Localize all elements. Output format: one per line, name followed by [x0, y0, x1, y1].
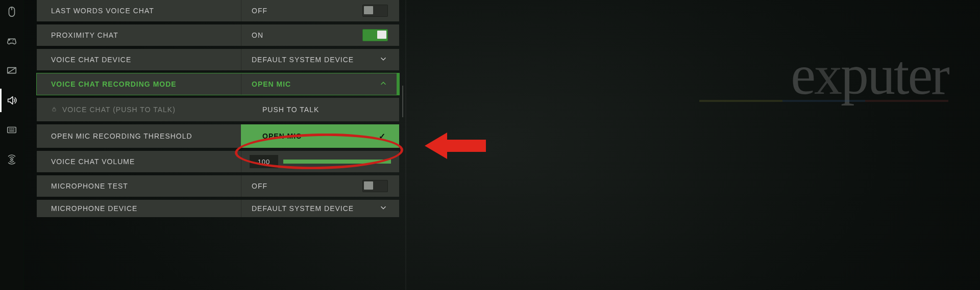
setting-label: VOICE CHAT RECORDING MODE — [37, 73, 241, 95]
setting-label: VOICE CHAT DEVICE — [37, 49, 241, 70]
setting-label: MICROPHONE DEVICE — [37, 200, 241, 217]
setting-value: OFF — [252, 7, 267, 15]
dropdown-option-open-mic[interactable]: OPEN MIC — [241, 124, 399, 148]
svg-rect-3 — [53, 109, 56, 112]
setting-last-words-voice-chat[interactable]: LAST WORDS VOICE CHAT OFF — [37, 0, 399, 21]
setting-label: PROXIMITY CHAT — [37, 24, 241, 46]
setting-value: DEFAULT SYSTEM DEVICE — [252, 56, 354, 64]
svg-marker-4 — [425, 133, 486, 159]
setting-voice-chat-device[interactable]: VOICE CHAT DEVICE DEFAULT SYSTEM DEVICE — [37, 49, 399, 70]
dropdown-option-push-to-talk[interactable]: PUSH TO TALK — [241, 98, 399, 121]
lock-icon — [51, 106, 57, 114]
watermark-underline — [699, 100, 948, 103]
toggle-switch[interactable] — [362, 5, 388, 17]
svg-point-2 — [11, 159, 13, 161]
setting-value: ON — [252, 31, 263, 39]
setting-proximity-chat[interactable]: PROXIMITY CHAT ON — [37, 24, 399, 46]
setting-voice-chat-recording-mode[interactable]: VOICE CHAT RECORDING MODE OPEN MIC — [37, 73, 399, 95]
setting-label: MICROPHONE TEST — [37, 175, 241, 197]
display-icon — [6, 65, 17, 76]
sidebar-item-controller[interactable] — [0, 34, 23, 49]
annotation-arrow-icon — [425, 130, 486, 161]
sidebar — [0, 0, 24, 290]
setting-label: VOICE CHAT VOLUME — [37, 151, 241, 172]
scrollbar[interactable] — [405, 0, 406, 290]
setting-label: LAST WORDS VOICE CHAT — [37, 0, 241, 21]
sidebar-item-audio[interactable] — [0, 93, 23, 108]
settings-panel: LAST WORDS VOICE CHAT OFF PROXIMITY CHAT… — [37, 0, 399, 217]
setting-value: OFF — [252, 182, 267, 190]
setting-value: OPEN MIC — [252, 80, 291, 88]
toggle-switch[interactable] — [362, 180, 388, 192]
option-label: OPEN MIC — [262, 132, 302, 140]
controller-icon — [6, 36, 17, 47]
setting-voice-chat-volume[interactable]: VOICE CHAT VOLUME 100 — [37, 151, 399, 172]
option-label: PUSH TO TALK — [262, 106, 319, 114]
mouse-icon — [6, 6, 17, 17]
toggle-switch[interactable] — [362, 29, 388, 41]
sidebar-item-keyboard[interactable] — [0, 122, 23, 138]
chevron-up-icon — [379, 79, 388, 90]
sidebar-item-mouse[interactable] — [0, 4, 23, 19]
svg-rect-1 — [8, 127, 16, 133]
setting-value: DEFAULT SYSTEM DEVICE — [252, 204, 354, 213]
sidebar-item-network[interactable] — [0, 152, 23, 167]
keyboard-icon — [6, 124, 17, 136]
setting-microphone-device[interactable]: MICROPHONE DEVICE DEFAULT SYSTEM DEVICE — [37, 200, 399, 217]
audio-icon — [6, 95, 17, 106]
setting-label: VOICE CHAT (PUSH TO TALK) — [62, 106, 176, 114]
setting-label: OPEN MIC RECORDING THRESHOLD — [37, 124, 241, 148]
slider-value: 100 — [250, 155, 278, 168]
watermark-logo: exputer — [791, 47, 948, 103]
setting-microphone-test[interactable]: MICROPHONE TEST OFF — [37, 175, 399, 197]
chevron-down-icon — [379, 203, 388, 214]
volume-slider[interactable] — [283, 160, 391, 164]
sidebar-item-display[interactable] — [0, 63, 23, 78]
chevron-down-icon — [379, 55, 388, 65]
network-icon — [6, 154, 17, 165]
